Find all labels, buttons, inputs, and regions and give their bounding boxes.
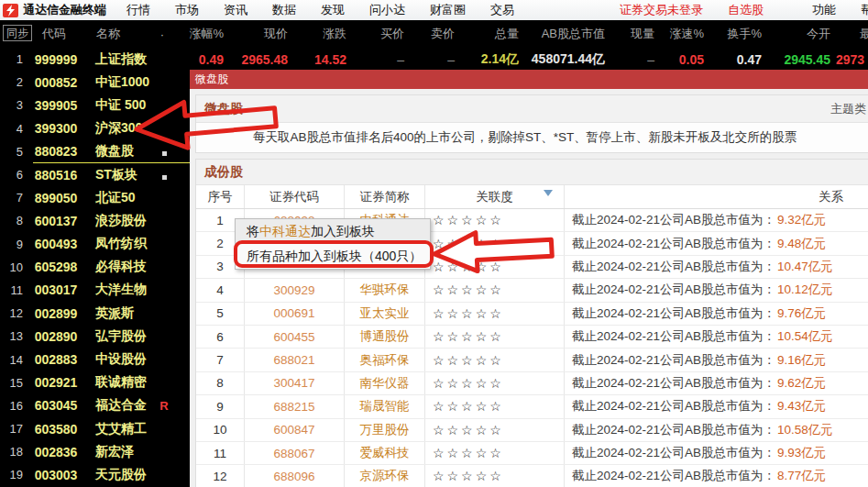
row-index: 18 bbox=[0, 445, 27, 459]
constituent-row[interactable]: 5000691亚太实业☆☆☆☆☆截止2024-02-21公司AB股总市值为：9.… bbox=[196, 303, 868, 326]
constituent-row[interactable]: 8300417南华仪器☆☆☆☆☆截止2024-02-21公司AB股总市值为：9.… bbox=[196, 372, 868, 395]
col-header-chg[interactable]: 涨跌 bbox=[291, 26, 350, 42]
app-title: 通达信金融终端 bbox=[23, 2, 106, 18]
popup-title-bar[interactable]: 微盘股 bbox=[190, 70, 868, 89]
constituent-row[interactable]: 6600455博通股份☆☆☆☆☆截止2024-02-21公司AB股总市值为：10… bbox=[196, 326, 868, 349]
stock-code: 002921 bbox=[27, 375, 84, 390]
col-header-code[interactable]: 代码 bbox=[27, 26, 84, 42]
col-relevance[interactable]: 关联度 bbox=[425, 185, 565, 208]
col-header-price[interactable]: 现价 bbox=[227, 26, 291, 42]
quote-table-header: 同步 代码 名称 · 涨幅% 现价 涨跌 买价 卖价 总量 AB股总市值 现量 … bbox=[0, 20, 868, 48]
menu-market[interactable]: 市场 bbox=[175, 2, 199, 18]
row-index: 9 bbox=[0, 238, 27, 251]
col-header-marker[interactable]: · bbox=[152, 28, 176, 41]
constituent-code: 688067 bbox=[245, 442, 345, 464]
context-menu-item-add-all[interactable]: 所有品种加入到板块（400只） bbox=[236, 244, 430, 269]
stock-code: 002890 bbox=[27, 329, 84, 344]
menu-wealth-circle[interactable]: 财富圈 bbox=[430, 2, 466, 18]
menu-watchlist[interactable]: 自选股 bbox=[728, 2, 764, 18]
menu-functions[interactable]: 功能 bbox=[812, 2, 836, 18]
app-logo-icon bbox=[3, 4, 18, 17]
constituent-name: 奥福环保 bbox=[345, 349, 425, 371]
menu-discover[interactable]: 发现 bbox=[321, 2, 345, 18]
context-menu-item-add-one[interactable]: 将中科通达加入到板块 bbox=[236, 219, 430, 244]
col-header-mcap[interactable]: AB股总市值 bbox=[522, 26, 609, 42]
relevance-stars: ☆☆☆☆☆ bbox=[425, 442, 565, 464]
ctx-item1-suffix: 加入到板块 bbox=[311, 224, 375, 238]
stock-code: 399300 bbox=[27, 121, 84, 136]
menu-help-partial[interactable]: 帮 bbox=[861, 2, 868, 18]
relation-text: 截止2024-02-21公司AB股总市值为：10.54亿元 bbox=[565, 326, 867, 348]
col-header-buy[interactable]: 买价 bbox=[350, 26, 408, 42]
constituent-code: 688215 bbox=[245, 395, 345, 417]
constituent-index: 10 bbox=[196, 419, 245, 441]
constituent-code: 300417 bbox=[245, 372, 345, 394]
menu-quotes[interactable]: 行情 bbox=[126, 2, 150, 18]
buy-price: – bbox=[350, 52, 408, 67]
col-header-high[interactable]: 最 bbox=[834, 26, 868, 42]
chg: 14.52 bbox=[291, 52, 350, 67]
constituent-row[interactable]: 12688096京源环保☆☆☆☆☆截止2024-02-21公司AB股总市值为：8… bbox=[196, 465, 868, 487]
constituent-name: 瑞晟智能 bbox=[345, 395, 425, 417]
col-relation: 关系 bbox=[565, 185, 867, 208]
stock-code: 880823 bbox=[27, 144, 84, 159]
stock-code: 003017 bbox=[27, 282, 84, 297]
col-relevance-label: 关联度 bbox=[476, 189, 513, 205]
sync-toggle[interactable]: 同步 bbox=[3, 25, 32, 41]
col-header-turnover[interactable]: 换手% bbox=[708, 26, 765, 42]
row-marker bbox=[152, 144, 176, 159]
constituent-index: 11 bbox=[196, 442, 245, 464]
relevance-stars: ☆☆☆☆☆ bbox=[425, 465, 565, 487]
quote-row[interactable]: 1999999上证指数0.492965.4814.52––2.14亿458071… bbox=[0, 48, 868, 71]
menu-news[interactable]: 资讯 bbox=[224, 2, 247, 18]
volume: 2.14亿 bbox=[458, 51, 522, 68]
stock-name: 中证1000 bbox=[84, 74, 152, 91]
sector-info-card: 微盘股 主题类 每天取AB股总市值排名后400的上市公司，剔除掉ST、*ST、暂… bbox=[195, 94, 868, 153]
app-window: 通达信金融终端 行情 市场 资讯 数据 发现 问小达 财富圈 交易 证券交易未登… bbox=[0, 0, 868, 487]
sort-desc-icon[interactable] bbox=[544, 190, 553, 196]
constituent-row[interactable]: 11688067爱威科技☆☆☆☆☆截止2024-02-21公司AB股总市值为：9… bbox=[196, 442, 868, 465]
menu-trade[interactable]: 交易 bbox=[490, 2, 514, 18]
stock-name: 弘宇股份 bbox=[84, 328, 152, 345]
col-header-cur-vol[interactable]: 现量 bbox=[609, 26, 658, 42]
relevance-stars: ☆☆☆☆☆ bbox=[425, 395, 565, 417]
relation-text: 截止2024-02-21公司AB股总市值为：10.58亿元 bbox=[565, 419, 867, 441]
col-header-volume[interactable]: 总量 bbox=[458, 26, 522, 42]
stock-name: 中证 500 bbox=[84, 97, 152, 114]
menu-data[interactable]: 数据 bbox=[272, 2, 296, 18]
row-marker: R bbox=[152, 398, 176, 413]
constituent-code: 600847 bbox=[245, 419, 345, 441]
col-header-name[interactable]: 名称 bbox=[84, 26, 152, 42]
relevance-stars: ☆☆☆☆☆ bbox=[425, 326, 565, 348]
stock-name: 上证指数 bbox=[84, 51, 152, 68]
stock-name: 联诚精密 bbox=[84, 374, 152, 391]
constituent-row[interactable]: 9688215瑞晟智能☆☆☆☆☆截止2024-02-21公司AB股总市值为：9.… bbox=[196, 395, 868, 418]
relation-text: 截止2024-02-21公司AB股总市值为：9.62亿元 bbox=[565, 372, 867, 394]
constituent-row[interactable]: 10600847万里股份☆☆☆☆☆截止2024-02-21公司AB股总市值为：1… bbox=[196, 419, 868, 442]
stock-name: 必得科技 bbox=[84, 259, 152, 275]
sector-info-heading: 微盘股 bbox=[204, 101, 243, 117]
row-index: 10 bbox=[0, 260, 27, 274]
stock-code: 000852 bbox=[27, 75, 84, 90]
row-index: 3 bbox=[0, 98, 27, 112]
col-header-speed[interactable]: 涨速% bbox=[658, 26, 708, 42]
col-header-sell[interactable]: 卖价 bbox=[408, 26, 458, 42]
col-header-chg-pct[interactable]: 涨幅% bbox=[176, 26, 227, 42]
col-header-open[interactable]: 今开 bbox=[765, 26, 834, 42]
stock-name: 福达合金 bbox=[84, 397, 152, 414]
high-price: 2973 bbox=[834, 52, 868, 67]
constituent-index: 6 bbox=[196, 326, 245, 348]
row-index: 14 bbox=[0, 353, 27, 367]
constituent-row[interactable]: 7688021奥福环保☆☆☆☆☆截止2024-02-21公司AB股总市值为：9.… bbox=[196, 349, 868, 371]
menu-ask[interactable]: 问小达 bbox=[369, 2, 405, 18]
row-index: 15 bbox=[0, 376, 27, 390]
login-status[interactable]: 证券交易未登录 bbox=[620, 2, 703, 18]
constituent-name: 华骐环保 bbox=[345, 279, 425, 301]
ctx-item1-prefix: 将 bbox=[247, 224, 259, 238]
constituent-row[interactable]: 4300929华骐环保☆☆☆☆☆截止2024-02-21公司AB股总市值为：10… bbox=[196, 279, 868, 302]
relevance-stars: ☆☆☆☆☆ bbox=[425, 303, 565, 325]
square-marker-icon bbox=[162, 175, 167, 180]
relation-text: 截止2024-02-21公司AB股总市值为：9.76亿元 bbox=[565, 303, 867, 325]
stock-code: 605298 bbox=[27, 260, 84, 274]
col-sec-code: 证券代码 bbox=[245, 185, 345, 208]
